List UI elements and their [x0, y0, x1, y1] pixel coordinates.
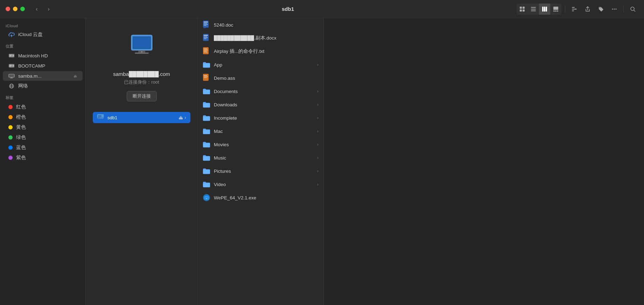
search-button[interactable] — [627, 3, 638, 15]
tag-blue-label: 蓝色 — [16, 144, 77, 151]
file-name-movies: Movies — [214, 142, 314, 147]
server-icon — [128, 32, 156, 65]
file-name-wepe: WePE_64_V2.1.exe — [214, 195, 318, 200]
svg-rect-31 — [9, 66, 11, 67]
svg-rect-65 — [204, 75, 207, 76]
group-button[interactable] — [569, 3, 580, 15]
file-name-app: App — [214, 62, 314, 68]
svg-rect-13 — [557, 10, 558, 12]
back-button[interactable]: ‹ — [32, 4, 42, 14]
sidebar-item-samba[interactable]: samba.m... ⏏ — [3, 71, 83, 81]
sidebar-item-tag-red[interactable]: 红色 — [3, 102, 83, 112]
sidebar-item-tag-green[interactable]: 绿色 — [3, 133, 83, 142]
network-drive-icon — [8, 73, 15, 79]
tag-dot-red — [8, 105, 13, 109]
sidebar-item-network[interactable]: 网络 — [3, 81, 83, 91]
svg-rect-67 — [204, 78, 207, 78]
file-item-pictures[interactable]: Pictures › — [198, 164, 323, 178]
svg-rect-52 — [204, 25, 206, 26]
sidebar-item-tag-blue[interactable]: 蓝色 — [3, 143, 83, 152]
drive-item-sdb1[interactable]: sdb1 ⏏ › — [93, 112, 190, 123]
svg-rect-0 — [520, 7, 522, 9]
svg-rect-14 — [572, 7, 575, 8]
file-name-downloads: Downloads — [214, 102, 314, 107]
svg-rect-10 — [553, 7, 558, 10]
view-gallery-button[interactable] — [550, 3, 561, 15]
file-name-demo-ass: Demo.ass — [214, 76, 318, 81]
svg-rect-55 — [204, 35, 208, 36]
sidebar-item-bootcamp[interactable]: BOOTCAMP — [3, 61, 83, 71]
svg-rect-26 — [9, 55, 12, 56]
folder-pictures-icon — [203, 167, 210, 175]
file-item-incomplete[interactable]: Incomplete › — [198, 111, 323, 125]
file-name-airplay: Airplay 插...的命令行.txt — [214, 48, 318, 55]
svg-rect-41 — [135, 52, 149, 54]
file-item-documents[interactable]: Documents › — [198, 85, 323, 98]
close-button[interactable] — [6, 7, 10, 11]
svg-rect-7 — [542, 7, 544, 12]
view-list-button[interactable] — [528, 3, 539, 15]
files-column: W 5240.doc ████████████.副本.docx — [198, 18, 324, 305]
drive-eject-icon[interactable]: ⏏ — [178, 115, 183, 120]
svg-rect-64 — [203, 74, 209, 81]
word-doc-copy-icon — [203, 34, 210, 42]
file-item-app[interactable]: App › — [198, 58, 323, 71]
tag-button[interactable] — [595, 3, 607, 15]
file-item-mac[interactable]: Mac › — [198, 125, 323, 138]
tag-green-label: 绿色 — [16, 134, 77, 141]
file-item-music[interactable]: Music › — [198, 151, 323, 164]
share-button[interactable] — [582, 3, 593, 15]
svg-point-21 — [631, 7, 634, 10]
main-content: iCloud iCloud 云盘 位置 Macintosh HD BOOTCAM… — [0, 18, 644, 305]
tag-yellow-label: 黄色 — [16, 124, 77, 130]
sidebar-item-icloud-drive[interactable]: iCloud 云盘 — [3, 30, 83, 40]
eject-icon[interactable]: ⏏ — [74, 74, 77, 78]
chevron-movies: › — [317, 142, 318, 147]
file-item-airplay-txt[interactable]: Airplay 插...的命令行.txt — [198, 45, 323, 58]
server-column: samba████████.com 已连接身份：root 断开连接 sdb1 ⏏… — [86, 18, 198, 305]
view-icons-button[interactable] — [517, 3, 528, 15]
fullscreen-button[interactable] — [20, 7, 25, 11]
network-icon — [8, 83, 15, 89]
svg-rect-66 — [204, 77, 208, 77]
svg-rect-1 — [523, 7, 525, 9]
tag-dot-purple — [8, 156, 13, 160]
svg-marker-17 — [576, 8, 577, 10]
file-item-downloads[interactable]: Downloads › — [198, 98, 323, 111]
svg-rect-57 — [204, 37, 208, 38]
bootcamp-label: BOOTCAMP — [18, 63, 77, 69]
sidebar-item-tag-yellow[interactable]: 黄色 — [3, 122, 83, 132]
toolbar-right — [517, 3, 638, 15]
file-item-video[interactable]: Video › — [198, 178, 323, 191]
divider1 — [565, 6, 565, 13]
sidebar-item-tag-purple[interactable]: 紫色 — [3, 153, 83, 163]
file-name-music: Music — [214, 155, 314, 161]
more-button[interactable] — [609, 3, 620, 15]
svg-rect-51 — [204, 24, 208, 25]
svg-rect-32 — [9, 74, 14, 77]
svg-rect-3 — [523, 9, 525, 12]
file-item-wepe-exe[interactable]: WePE_64_V2.1.exe — [198, 191, 323, 204]
file-item-copy-docx[interactable]: ████████████.副本.docx — [198, 31, 323, 45]
file-item-5240doc[interactable]: W 5240.doc — [198, 18, 323, 31]
folder-movies-icon — [203, 141, 210, 148]
file-item-demo-ass[interactable]: Demo.ass — [198, 71, 323, 85]
svg-rect-70 — [205, 196, 208, 197]
minimize-button[interactable] — [13, 7, 18, 11]
svg-rect-16 — [572, 10, 574, 11]
chevron-downloads: › — [317, 102, 318, 107]
tags-section-label: 标签 — [0, 94, 85, 102]
text-file-icon — [203, 48, 210, 55]
file-name-copy-docx: ████████████.副本.docx — [214, 35, 318, 41]
sidebar-item-macintosh-hd[interactable]: Macintosh HD — [3, 51, 83, 61]
forward-button[interactable]: › — [44, 4, 54, 14]
tag-red-label: 红色 — [16, 104, 77, 110]
svg-point-71 — [206, 198, 207, 199]
sidebar-item-tag-orange[interactable]: 橙色 — [3, 112, 83, 122]
tag-orange-label: 橙色 — [16, 114, 77, 120]
disconnect-button[interactable]: 断开连接 — [127, 91, 157, 101]
file-name-5240doc: 5240.doc — [214, 22, 318, 28]
file-name-documents: Documents — [214, 89, 314, 94]
file-item-movies[interactable]: Movies › — [198, 138, 323, 151]
view-columns-button[interactable] — [539, 3, 550, 15]
